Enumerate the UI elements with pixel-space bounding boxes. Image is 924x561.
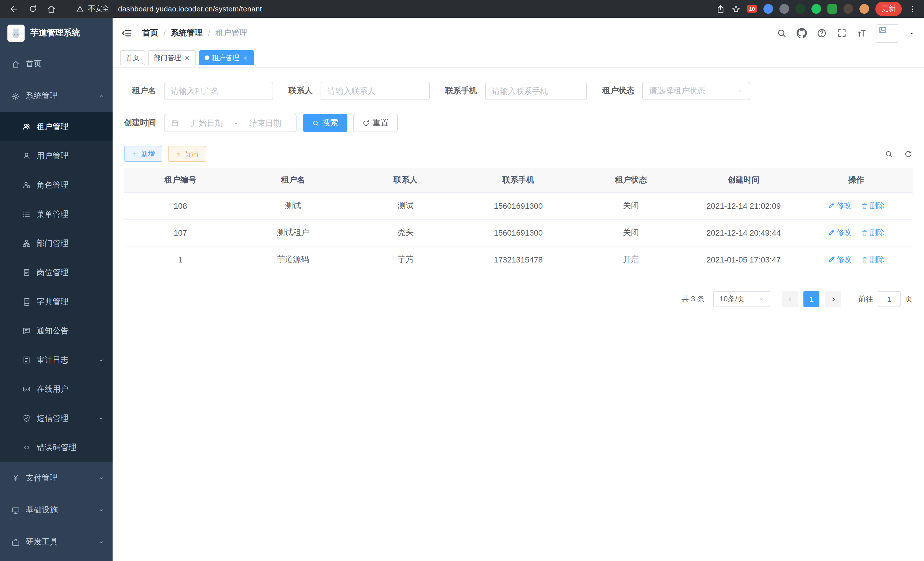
cell-actions: 修改 删除 — [800, 219, 913, 246]
browser-reload-button[interactable] — [26, 2, 39, 16]
sidebar-item-label: 首页 — [26, 59, 42, 69]
date-start-input[interactable] — [182, 118, 231, 128]
tenant-name-input[interactable] — [171, 86, 266, 96]
cell-status: 关闭 — [574, 193, 687, 219]
browser-back-button[interactable] — [7, 2, 21, 16]
sidebar-item-dict-management[interactable]: 字典管理 — [0, 287, 112, 316]
profile-avatar[interactable] — [860, 4, 869, 14]
sidebar-item-role-management[interactable]: 角色管理 — [0, 170, 112, 200]
status-select[interactable]: 请选择租户状态 — [642, 82, 750, 100]
tab-dept-management[interactable]: 部门管理 — [148, 50, 196, 65]
cell-tenant-name: 芋道源码 — [237, 246, 349, 273]
tab-home[interactable]: 首页 — [120, 50, 145, 65]
filter-phone: 联系手机 — [445, 82, 587, 100]
header-search-button[interactable] — [777, 28, 787, 38]
breadcrumb-home[interactable]: 首页 — [142, 28, 158, 38]
sidebar-item-home[interactable]: 首页 — [0, 48, 112, 80]
delete-link[interactable]: 删除 — [861, 254, 885, 265]
refresh-icon[interactable] — [904, 150, 913, 158]
date-end-input[interactable] — [241, 118, 290, 128]
home-icon — [47, 4, 56, 14]
font-size-button[interactable] — [856, 28, 867, 38]
sms-shield-icon — [22, 414, 31, 423]
sidebar-item-system-management[interactable]: 系统管理 — [0, 80, 112, 112]
cell-contact: 秃头 — [350, 219, 462, 246]
sidebar-item-audit-log[interactable]: 审计日志 — [0, 345, 112, 375]
search-button[interactable]: 搜索 — [303, 114, 347, 132]
extension-icon-green-square[interactable] — [827, 4, 837, 14]
sidebar-item-online-user[interactable]: 在线用户 — [0, 375, 112, 404]
sidebar-item-user-management[interactable]: 用户管理 — [0, 141, 112, 170]
sidebar-item-label: 审计日志 — [37, 355, 69, 365]
tab-close-button[interactable] — [242, 55, 249, 61]
edit-link[interactable]: 修改 — [828, 201, 851, 211]
sidebar-item-dev-tools[interactable]: 研发工具 — [0, 526, 112, 558]
sidebar-item-notice[interactable]: 通知公告 — [0, 316, 112, 345]
phone-input[interactable] — [492, 86, 580, 96]
next-page-button[interactable] — [825, 291, 841, 307]
github-link[interactable] — [796, 28, 807, 38]
reset-button[interactable]: 重置 — [353, 114, 398, 132]
app-logo[interactable]: 芋道管理系统 — [0, 18, 112, 48]
sidebar-item-post-management[interactable]: 岗位管理 — [0, 258, 112, 287]
create-time-label: 创建时间 — [124, 118, 156, 128]
sidebar-item-sms-management[interactable]: 短信管理 — [0, 404, 112, 433]
sidebar-item-menu-management[interactable]: 菜单管理 — [0, 200, 112, 229]
user-avatar[interactable] — [877, 24, 898, 43]
chrome-update-button[interactable]: 更新 — [875, 2, 902, 16]
extension-badge[interactable]: 10 — [747, 5, 757, 13]
address-bar[interactable]: 不安全 dashboard.yudao.iocoder.cn/system/te… — [76, 4, 262, 14]
extension-icon-darkgreen[interactable] — [795, 4, 805, 14]
sidebar-item-dept-management[interactable]: 部门管理 — [0, 229, 112, 258]
tab-close-button[interactable] — [184, 55, 190, 61]
edit-link[interactable]: 修改 — [828, 254, 851, 265]
cell-tenant-id: 1 — [124, 246, 237, 273]
cell-contact: 芋艿 — [350, 246, 462, 273]
help-button[interactable] — [817, 28, 827, 38]
user-menu-caret[interactable] — [908, 29, 915, 37]
delete-label: 删除 — [870, 201, 885, 211]
page-size-select[interactable]: 10条/页 — [713, 291, 770, 307]
extension-icon-brown[interactable] — [843, 4, 853, 14]
page-unit-label: 页 — [905, 294, 913, 304]
cell-tenant-id: 108 — [124, 193, 237, 219]
browser-home-button[interactable] — [45, 2, 58, 16]
status-select-placeholder: 请选择租户状态 — [649, 86, 705, 96]
contact-input[interactable] — [327, 86, 423, 96]
sidebar-item-label: 角色管理 — [37, 180, 69, 190]
tab-tenant-management[interactable]: 租户管理 — [199, 50, 254, 65]
goto-page-input[interactable] — [878, 291, 901, 307]
filter-row-1: 租户名 联系人 联系手机 — [124, 82, 913, 100]
extension-icon-green[interactable] — [812, 4, 821, 14]
export-button[interactable]: 导出 — [168, 146, 206, 162]
url-text: dashboard.yudao.iocoder.cn/system/tenant — [118, 5, 262, 13]
sidebar-item-infrastructure[interactable]: 基础设施 — [0, 494, 112, 526]
share-icon[interactable] — [716, 4, 725, 14]
caret-down-icon — [908, 29, 915, 37]
breadcrumb-system-management[interactable]: 系统管理 — [171, 28, 203, 38]
delete-link[interactable]: 删除 — [861, 228, 885, 238]
bookmark-star-icon[interactable] — [731, 4, 741, 14]
payment-yen-icon — [11, 474, 20, 482]
extension-icon-blue[interactable] — [764, 4, 773, 14]
date-range-picker[interactable]: - — [164, 114, 297, 132]
browser-menu-kebab-icon[interactable] — [908, 4, 917, 14]
prev-page-button[interactable] — [782, 291, 798, 307]
delete-link[interactable]: 删除 — [861, 201, 885, 211]
fullscreen-button[interactable] — [837, 28, 847, 38]
breadcrumb-separator: / — [208, 29, 210, 38]
sidebar-item-error-code-management[interactable]: 错误码管理 — [0, 433, 112, 462]
menu-list-icon — [22, 210, 31, 218]
chevron-down-icon — [98, 415, 105, 422]
sidebar-toggle-button[interactable] — [121, 27, 133, 39]
extension-icon-gray[interactable] — [779, 4, 789, 14]
sidebar-item-tenant-management[interactable]: 租户管理 — [0, 112, 112, 141]
sidebar-item-payment-management[interactable]: 支付管理 — [0, 462, 112, 494]
delete-label: 删除 — [870, 228, 885, 238]
search-toggle-icon[interactable] — [885, 150, 893, 158]
add-button[interactable]: 新增 — [124, 146, 162, 162]
sidebar-item-label: 用户管理 — [37, 151, 69, 161]
edit-link[interactable]: 修改 — [828, 228, 851, 238]
col-actions: 操作 — [800, 168, 913, 193]
page-number-1[interactable]: 1 — [803, 291, 819, 307]
